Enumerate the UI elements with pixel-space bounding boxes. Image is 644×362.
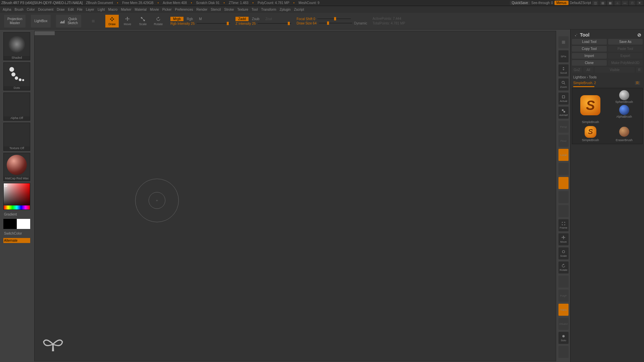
menu-tool[interactable]: Tool xyxy=(252,8,258,11)
home-icon[interactable]: ⌂ xyxy=(614,1,621,5)
canvas[interactable]: + xyxy=(34,31,556,361)
trans-button[interactable]: Trans xyxy=(558,304,569,316)
canvas-tab[interactable] xyxy=(35,31,55,35)
alternate-button[interactable]: Alternate xyxy=(3,238,30,243)
scale-view-button[interactable]: Scale xyxy=(558,247,569,259)
script-label[interactable]: DefaultZScript xyxy=(570,1,591,5)
projection-master-button[interactable]: Projection Master xyxy=(4,15,25,27)
bw-swatches[interactable] xyxy=(3,219,30,229)
quicksketch-button[interactable]: Quick Sketch xyxy=(56,15,81,27)
tool-alphabrush[interactable]: AlphaBrush xyxy=(608,105,641,118)
draw-size-label[interactable]: Draw Size 64 xyxy=(297,21,316,25)
current-tool-name[interactable]: SimpleBrush. 2 xyxy=(573,81,596,85)
actual-button[interactable]: Actual xyxy=(558,93,569,105)
solo-button[interactable]: Solo xyxy=(558,332,569,344)
collapse-icon[interactable]: ⊘ xyxy=(637,32,641,38)
rgb-intensity-slider[interactable] xyxy=(197,23,230,24)
menu-stencil[interactable]: Stencil xyxy=(211,8,221,11)
clone-button[interactable]: Clone xyxy=(572,60,607,66)
save-as-button[interactable]: Save As xyxy=(608,39,643,45)
menu-material[interactable]: Material xyxy=(135,8,147,11)
copy-tool-button[interactable]: Copy Tool xyxy=(572,46,607,52)
menu-texture[interactable]: Texture xyxy=(237,8,248,11)
layout-icon-2[interactable]: ▤ xyxy=(600,1,606,5)
close-icon[interactable]: ✕ xyxy=(637,1,643,5)
load-tool-button[interactable]: Load Tool xyxy=(572,39,607,45)
menu-zplugin[interactable]: Zplugin xyxy=(280,8,291,11)
aahalf-button[interactable]: AAHalf xyxy=(558,107,569,119)
menu-transform[interactable]: Transform xyxy=(261,8,276,11)
m-button[interactable]: M xyxy=(196,17,204,21)
menu-movie[interactable]: Movie xyxy=(150,8,159,11)
menu-zscript[interactable]: Zscript xyxy=(294,8,304,11)
zoom-button[interactable]: Zoom xyxy=(558,78,569,90)
switchcolor-button[interactable]: SwitchColor xyxy=(3,231,30,236)
scale-mode-button[interactable]: Scale xyxy=(136,15,150,27)
axis-button[interactable] xyxy=(558,177,569,189)
menu-marker[interactable]: Marker xyxy=(121,8,131,11)
r-tag[interactable]: R xyxy=(635,81,640,85)
mrgb-button[interactable]: Mrgb xyxy=(170,17,183,21)
tool-simplebrush-2[interactable]: SSimpleBrush xyxy=(574,125,607,142)
draw-mode-button[interactable]: Draw xyxy=(105,15,119,27)
tool-simplebrush[interactable]: SSimpleBrush xyxy=(574,90,607,124)
seethrough-value[interactable]: 0 xyxy=(551,1,553,5)
draw-size-slider[interactable] xyxy=(319,23,352,23)
layout-icon-1[interactable]: ◫ xyxy=(592,1,598,5)
menus-button[interactable]: Menus xyxy=(554,1,569,5)
maximize-icon[interactable]: □ xyxy=(629,1,635,5)
menu-file[interactable]: File xyxy=(77,8,83,11)
stat-mesh: MeshCount: 9 xyxy=(299,1,319,5)
rgb-button[interactable]: Rgb xyxy=(184,17,196,21)
zadd-button[interactable]: Zadd xyxy=(235,17,249,21)
quicksave-button[interactable]: QuickSave xyxy=(510,1,530,5)
texture-thumbnail[interactable]: Texture Off xyxy=(3,123,30,151)
alpha-thumbnail[interactable]: Alpha Off xyxy=(3,93,30,121)
menu-light[interactable]: Light xyxy=(98,8,105,11)
frame-button[interactable]: Frame xyxy=(558,219,569,231)
pin-icon[interactable] xyxy=(573,33,578,37)
layout-icon-3[interactable]: ▦ xyxy=(607,1,613,5)
z-intensity-slider[interactable] xyxy=(258,23,291,24)
zsub-button[interactable]: Zsub xyxy=(249,17,262,21)
scroll-button[interactable]: Scroll xyxy=(558,64,569,76)
dynamic-label[interactable]: Dynamic xyxy=(354,21,367,25)
make-polymesh-button: Make PolyMesh3D xyxy=(608,60,643,66)
gradient-button[interactable]: Gradient xyxy=(3,212,30,217)
menu-document[interactable]: Document xyxy=(38,8,54,11)
brush-thumbnail[interactable]: Shaded xyxy=(3,32,30,60)
lightbox-path[interactable]: Lightbox › Tools xyxy=(572,74,643,80)
rotate-view-button[interactable]: Rotate xyxy=(558,261,569,274)
menu-render[interactable]: Render xyxy=(197,8,208,11)
focal-shift-label[interactable]: Focal Shift 0 xyxy=(297,17,315,21)
bpr-button[interactable] xyxy=(558,36,569,48)
menu-alpha[interactable]: Alpha xyxy=(3,8,11,11)
menu-edit[interactable]: Edit xyxy=(68,8,74,11)
z-intensity-label[interactable]: Z Intensity 25 xyxy=(235,22,256,25)
paste-tool-button: Paste Tool xyxy=(608,46,643,52)
menu-macro[interactable]: Macro xyxy=(108,8,118,11)
menu-draw[interactable]: Draw xyxy=(57,8,64,11)
rgb-intensity-label[interactable]: Rgb Intensity 25 xyxy=(170,22,195,25)
minimize-icon[interactable]: — xyxy=(622,1,628,5)
focal-shift-slider[interactable] xyxy=(317,18,351,19)
menu-stroke[interactable]: Stroke xyxy=(224,8,234,11)
menu-brush[interactable]: Brush xyxy=(15,8,23,11)
material-thumbnail[interactable]: MatCap Red Wax xyxy=(3,153,30,181)
lightbox-button[interactable]: LightBox xyxy=(31,15,51,27)
local-button[interactable]: Local xyxy=(558,149,569,161)
import-button[interactable]: Import xyxy=(572,53,607,59)
tool-eraserbrush[interactable]: EraserBrush xyxy=(608,125,641,142)
stroke-thumbnail[interactable]: Dots xyxy=(3,62,30,90)
move-view-button[interactable]: Move xyxy=(558,233,569,245)
move-mode-button[interactable]: Move xyxy=(121,15,134,27)
menu-color[interactable]: Color xyxy=(27,8,35,11)
spix-button[interactable]: SPix xyxy=(558,50,569,62)
menu-layer[interactable]: Layer xyxy=(86,8,94,11)
tool-spherebrush[interactable]: SphereBrush xyxy=(608,90,641,104)
tool-panel-header[interactable]: Tool ⊘ xyxy=(572,31,643,39)
menu-picker[interactable]: Picker xyxy=(162,8,172,11)
menu-preferences[interactable]: Preferences xyxy=(175,8,193,11)
color-picker[interactable] xyxy=(3,183,30,210)
rotate-mode-button[interactable]: Rotate xyxy=(152,15,165,27)
